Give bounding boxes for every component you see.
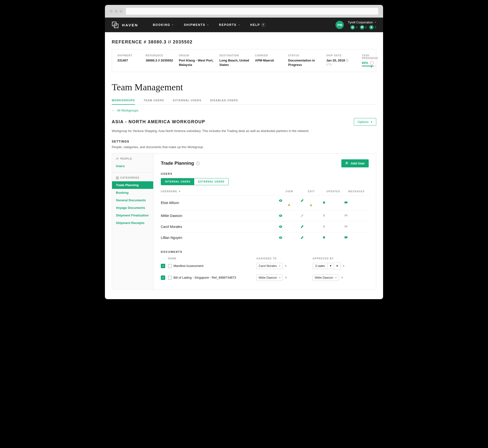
add-user-button[interactable]: Add User [341,159,369,167]
messages-toggle[interactable] [344,236,369,239]
expand-toggle[interactable]: ▼ [370,66,373,68]
sidebar-section-categories: CATEGORIES [112,173,153,181]
nav-help[interactable]: HELP? [250,23,265,27]
messages-toggle[interactable] [344,225,369,228]
edit-toggle[interactable] [300,225,322,228]
user-row: Lillian Nguyen [161,232,369,243]
svg-point-15 [280,200,281,201]
doc-checkbox[interactable] [161,264,165,268]
chevron-down-icon: ▼ [374,21,376,23]
logo-icon [112,21,119,28]
view-toggle[interactable] [278,236,300,239]
tab-workgroups[interactable]: WORKGROUPS [112,99,135,105]
browser-toolbar [105,5,383,18]
remove-icon[interactable]: × [334,262,340,270]
people-icon [116,157,119,160]
documents-section-label: DOCUMENTS [161,250,369,253]
svg-rect-10 [116,178,117,179]
remove-icon[interactable]: × [335,276,337,279]
edit-toggle[interactable]: 🔒 [300,199,322,207]
summary-ship-date: Jan 20, 2019 ⓘ [326,58,358,63]
document-row: Bill of Lading - Singapore - Ref_4998734… [161,272,369,283]
assigned-chip[interactable]: Carol Morales× [256,263,283,269]
add-approver-button[interactable]: + [343,264,345,268]
col-approved: APPROVED BY [313,257,369,260]
assigned-chip[interactable]: Mittie Dawson× [256,275,283,281]
summary-carrier: APM-Maersk [255,58,284,63]
user-row: Elsie Allison 🔒 🔒 [161,195,369,210]
view-toggle[interactable]: 🔒 [278,199,300,206]
updates-toggle[interactable] [322,225,344,228]
sidebar-item-shipment-finalization[interactable]: Shipment Finalization [112,212,153,219]
updates-toggle[interactable] [322,236,344,239]
edit-toggle[interactable] [300,214,322,217]
svg-point-6 [116,158,117,159]
add-assigned-button[interactable]: + [285,264,287,268]
sidebar-item-shipment-receipts[interactable]: Shipment Receipts [112,219,153,227]
svg-rect-9 [118,177,119,178]
browser-dot [115,10,118,13]
segment-external[interactable]: EXTERNAL USERS [194,178,228,185]
help-icon: ? [262,23,265,27]
messages-toggle[interactable] [344,214,369,217]
svg-point-7 [118,158,119,159]
reference-title: REFERENCE # 38080.3 // 2035502 [112,40,376,45]
org-selector[interactable]: Tyrell Corporation▼ [348,20,376,24]
document-name[interactable]: Bill of Lading - Singapore - Ref_4998734… [168,276,256,280]
sidebar-item-general-documents[interactable]: General Documents [112,196,153,204]
approved-select[interactable]: 2 users ▼ × [313,262,341,270]
workgroup-title: ASIA - NORTH AMERICA WORKGROUP [112,119,205,124]
username-cell: Mittie Dawson [161,214,278,218]
top-nav: HAVEN BOOKING▼ SHIPMENTS▼ REPORTS▼ HELP?… [105,18,383,32]
tab-external-users[interactable]: EXTERNAL USERS [173,99,202,104]
document-row: Manifest Assessment Carol Morales×+ 2 us… [161,260,369,272]
sidebar-item-voyage-documents[interactable]: Voyage Documents [112,204,153,212]
user-type-segment: INTERNAL USERS EXTERNAL USERS [161,178,229,185]
sort-icon: ▼ [178,190,181,193]
col-view: VIEW [278,190,300,193]
username-cell: Carol Morales [161,225,278,229]
arrow-left-icon: ← [112,109,115,112]
tab-disabled-users[interactable]: DISABLED USERS [210,99,238,104]
badge-messages[interactable]: 6 [360,25,367,30]
sidebar-item-users[interactable]: Users [112,162,153,170]
remove-icon[interactable]: × [279,264,281,268]
sidebar-item-booking[interactable]: Booking [112,189,153,196]
updates-toggle[interactable] [322,201,344,204]
segment-internal[interactable]: INTERNAL USERS [161,178,194,185]
nav-booking[interactable]: BOOKING▼ [153,23,174,27]
sidebar-item-trade-planning[interactable]: Trade Planning [112,181,153,189]
chevron-down-icon: ▼ [370,121,373,123]
approved-chip[interactable]: Mittie Dawson× [313,275,339,281]
avatar[interactable]: PM [336,21,344,29]
add-approver-button[interactable]: + [341,275,343,280]
doc-checkbox[interactable] [161,275,165,280]
options-button[interactable]: Options▼ [354,118,376,126]
remove-icon[interactable]: × [279,276,281,279]
add-assigned-button[interactable]: + [285,275,287,280]
col-username[interactable]: USERNAME▼ [161,190,278,193]
sidebar-section-people: PEOPLE [112,153,153,162]
url-bar[interactable] [126,8,378,15]
back-link[interactable]: ← All Workgroups [112,109,376,112]
nav-shipments[interactable]: SHIPMENTS▼ [184,23,209,27]
view-toggle[interactable] [278,214,300,217]
settings-label: SETTINGS [112,140,376,143]
svg-point-12 [346,162,347,163]
badge-notifications[interactable]: 3 [369,25,376,30]
summary-status: Documentation in Progress [288,58,322,67]
settings-sidebar: PEOPLE Users CATEGORIES Trade Planning B… [112,153,153,289]
username-cell: Lillian Nguyen [161,236,278,240]
chevron-down-icon[interactable]: ▼ [327,263,334,269]
badge-tasks[interactable]: 4 [350,25,357,30]
updates-toggle[interactable] [322,214,344,217]
edit-toggle[interactable] [300,236,322,239]
view-toggle[interactable] [278,225,300,228]
messages-toggle[interactable] [344,201,369,204]
users-section-label: USERS [161,172,369,175]
logo[interactable]: HAVEN [112,21,138,28]
tab-team-users[interactable]: TEAM USERS [144,99,164,104]
document-name[interactable]: Manifest Assessment [168,264,256,268]
info-icon[interactable]: i [196,162,200,165]
nav-reports[interactable]: REPORTS▼ [219,23,241,27]
